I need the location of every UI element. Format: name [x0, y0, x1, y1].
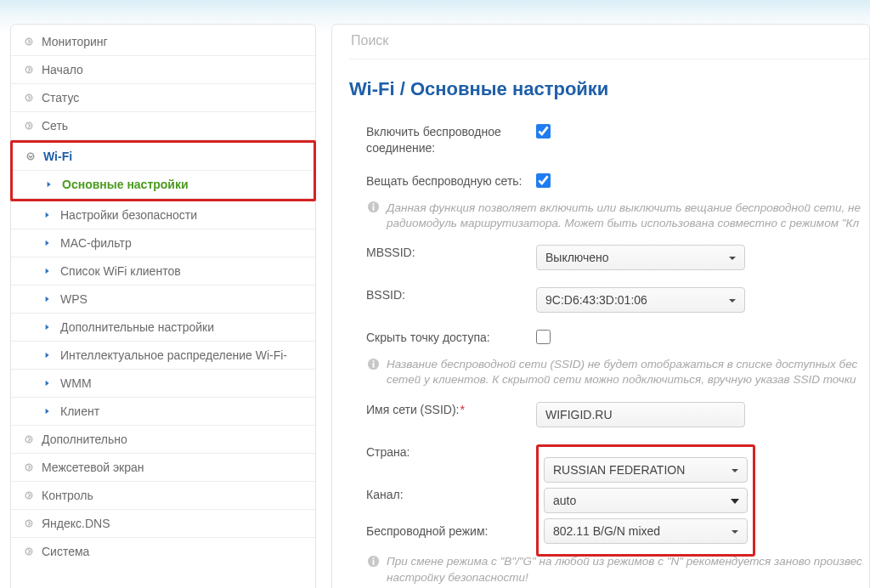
chevron-right-icon [43, 379, 52, 387]
chevron-right-icon [43, 239, 52, 247]
sidebar-sub-label: Список WiFi клиентов [60, 264, 181, 278]
select-value: 802.11 B/G/N mixed [553, 524, 660, 538]
sidebar-item-firewall[interactable]: Межсетевой экран [11, 454, 315, 482]
chevron-right-icon [23, 433, 35, 445]
sidebar-item-status[interactable]: Статус [11, 84, 315, 112]
select-value: 9C:D6:43:3D:01:06 [545, 293, 647, 307]
hide-ap-hint: Название беспроводной сети (SSID) не буд… [366, 355, 869, 393]
sidebar-sub-label: MAC-фильтр [60, 236, 132, 250]
info-icon [366, 201, 380, 214]
sidebar-item-yandex-dns[interactable]: Яндекс.DNS [11, 510, 315, 538]
chevron-right-icon [23, 36, 35, 48]
sidebar-sub-basic-settings[interactable]: Основные настройки [13, 171, 314, 199]
sidebar-sub-mac-filter[interactable]: MAC-фильтр [11, 229, 315, 257]
sidebar-sub-smart-wifi[interactable]: Интеллектуальное распределение Wi-Fi- [11, 342, 315, 370]
sidebar-item-wifi[interactable]: Wi-Fi [13, 143, 314, 171]
country-label: Страна: [366, 444, 536, 461]
channel-select[interactable]: auto [544, 488, 748, 513]
chevron-down-icon [727, 295, 737, 305]
sidebar-item-system[interactable]: Система [11, 538, 315, 565]
mode-hint: При смене режима с "B"/"G" на любой из р… [366, 552, 869, 588]
svg-point-6 [25, 464, 32, 471]
svg-point-1 [25, 66, 32, 73]
sidebar-item-additional[interactable]: Дополнительно [11, 426, 315, 454]
main-panel: Поиск Wi-Fi / Основные настройки Включит… [331, 24, 870, 588]
bssid-label: BSSID: [366, 287, 536, 303]
sidebar-sub-client-list[interactable]: Список WiFi клиентов [11, 257, 315, 286]
sidebar-label: Дополнительно [42, 433, 127, 446]
svg-point-9 [25, 548, 32, 555]
sidebar-item-monitoring[interactable]: Мониторинг [11, 28, 315, 56]
svg-point-0 [25, 38, 32, 45]
select-value: RUSSIAN FEDERATION [553, 463, 685, 477]
svg-rect-11 [372, 206, 374, 211]
mbssid-select[interactable]: Выключено [536, 245, 745, 270]
sidebar-label: Сеть [42, 119, 68, 133]
sidebar-sub-label: Интеллектуальное распределение Wi-Fi- [60, 348, 287, 362]
sidebar-item-control[interactable]: Контроль [11, 482, 315, 510]
country-select[interactable]: RUSSIAN FEDERATION [544, 457, 748, 483]
svg-point-3 [25, 122, 32, 129]
sidebar-sub-client[interactable]: Клиент [11, 398, 315, 426]
select-value: auto [553, 494, 576, 507]
sidebar-sub-advanced[interactable]: Дополнительные настройки [11, 314, 315, 342]
broadcast-hint: Данная функция позволяет включить или вы… [366, 199, 869, 236]
svg-point-8 [25, 520, 32, 527]
ssid-input[interactable] [536, 402, 745, 427]
chevron-down-icon [730, 526, 740, 536]
svg-point-7 [25, 492, 32, 499]
svg-rect-17 [372, 560, 374, 565]
chevron-right-icon [43, 267, 52, 275]
select-value: Выключено [545, 251, 609, 264]
highlighted-group: RUSSIAN FEDERATION auto 802.11 B/G/N mix… [536, 444, 755, 557]
form: Включить беспроводное соединение: Вещать… [349, 116, 869, 588]
sidebar-sub-wmm[interactable]: WMM [11, 370, 315, 398]
sidebar-label: Начало [42, 63, 83, 76]
sidebar-item-network[interactable]: Сеть [11, 112, 315, 140]
enable-wireless-checkbox[interactable] [536, 124, 551, 139]
svg-rect-15 [372, 360, 374, 362]
enable-wireless-label: Включить беспроводное соединение: [366, 124, 536, 156]
sidebar-label: Мониторинг [42, 35, 108, 48]
sidebar-sub-security[interactable]: Настройки безопасности [11, 201, 315, 229]
svg-point-4 [27, 153, 34, 160]
chevron-right-icon [23, 92, 35, 104]
chevron-right-icon [43, 211, 52, 219]
sidebar-label: Система [42, 545, 89, 558]
sidebar-label: Статус [42, 91, 79, 105]
chevron-right-icon [23, 461, 35, 473]
channel-label: Канал: [366, 487, 536, 503]
wireless-mode-select[interactable]: 802.11 B/G/N mixed [544, 518, 748, 544]
sidebar-sub-label: Настройки безопасности [60, 208, 197, 222]
sidebar-label: Яндекс.DNS [42, 517, 110, 530]
sidebar-sub-wps[interactable]: WPS [11, 286, 315, 314]
info-icon [366, 554, 380, 568]
sidebar-label: Контроль [42, 489, 93, 502]
svg-point-5 [25, 436, 32, 443]
sidebar-item-start[interactable]: Начало [11, 56, 315, 84]
chevron-right-icon [23, 517, 35, 529]
chevron-down-icon [727, 252, 737, 263]
sidebar-sub-label: Основные настройки [62, 178, 189, 191]
chevron-right-icon [43, 323, 52, 331]
hint-text: При смене режима с "B"/"G" на любой из р… [387, 554, 869, 585]
mbssid-label: MBSSID: [366, 245, 536, 261]
page-title: Wi-Fi / Основные настройки [349, 59, 869, 116]
chevron-down-icon [730, 495, 740, 506]
mode-label: Беспроводной режим: [366, 523, 536, 540]
chevron-down-icon [25, 150, 37, 162]
chevron-right-icon [43, 351, 52, 359]
search-row: Поиск [349, 25, 869, 59]
ssid-label: Имя сети (SSID): [366, 402, 536, 418]
search-input[interactable]: Поиск [351, 33, 388, 48]
bssid-select[interactable]: 9C:D6:43:3D:01:06 [536, 287, 745, 313]
sidebar-sub-label: WMM [60, 376, 92, 390]
sidebar-label: Wi-Fi [43, 150, 72, 163]
hide-ap-checkbox[interactable] [536, 330, 551, 344]
chevron-down-icon [730, 465, 740, 475]
chevron-right-icon [43, 295, 52, 303]
broadcast-checkbox[interactable] [536, 173, 551, 188]
hint-text: Название беспроводной сети (SSID) не буд… [387, 357, 869, 387]
ssid-label-text: Имя сети (SSID): [366, 403, 465, 416]
chevron-right-icon [45, 180, 54, 189]
